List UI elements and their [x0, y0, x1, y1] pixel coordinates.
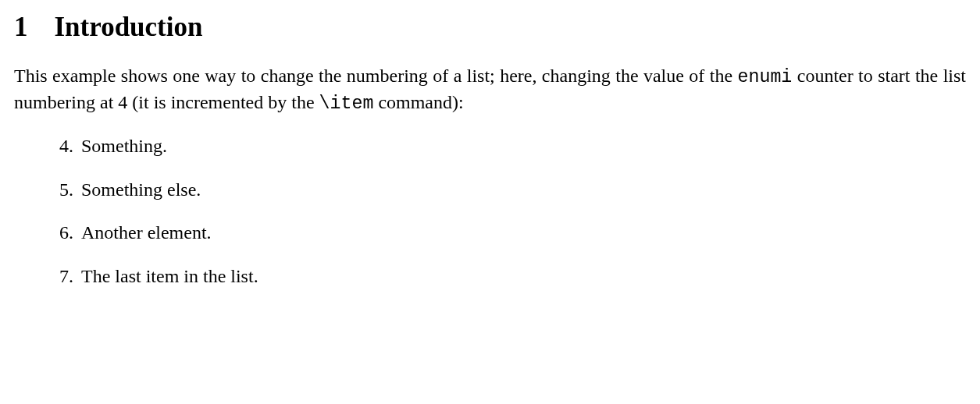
- item-text: Another element.: [81, 220, 966, 246]
- list-item: 7.The last item in the list.: [14, 264, 966, 290]
- item-number: 6.: [14, 220, 81, 246]
- enumerated-list: 4.Something.5.Something else.6.Another e…: [14, 133, 966, 289]
- section-title: Introduction: [55, 8, 203, 46]
- list-item: 6.Another element.: [14, 220, 966, 246]
- paragraph-text: command):: [373, 92, 463, 112]
- item-text: Something.: [81, 133, 966, 160]
- item-number: 7.: [14, 264, 81, 290]
- intro-paragraph: This example shows one way to change the…: [14, 63, 966, 116]
- item-number: 5.: [14, 177, 81, 204]
- list-item: 5.Something else.: [14, 177, 966, 204]
- code-span: enumi: [738, 67, 793, 87]
- item-text: The last item in the list.: [81, 264, 966, 290]
- list-item: 4.Something.: [14, 133, 966, 160]
- item-text: Something else.: [81, 177, 966, 204]
- code-span: \item: [319, 94, 374, 114]
- section-number: 1: [14, 8, 28, 46]
- section-heading: 1 Introduction: [14, 8, 966, 46]
- paragraph-text: This example shows one way to change the…: [14, 66, 738, 86]
- item-number: 4.: [14, 133, 81, 160]
